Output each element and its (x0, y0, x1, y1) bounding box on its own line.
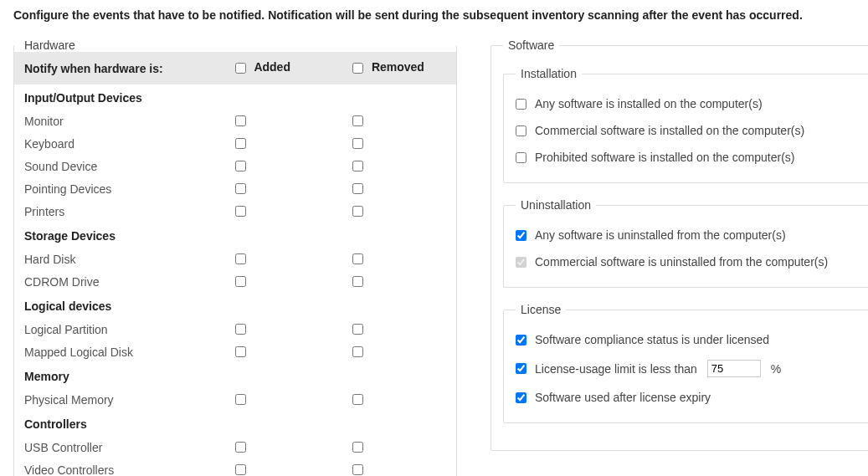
section-controllers: Controllers (14, 411, 456, 436)
table-row: Hard Disk (14, 248, 456, 270)
mapped-logical-removed-checkbox[interactable] (352, 346, 363, 357)
printers-added-checkbox[interactable] (235, 206, 246, 217)
section-storage: Storage Devices (14, 223, 456, 248)
install-any-label: Any software is installed on the compute… (535, 97, 763, 110)
table-row: CDROM Drive (14, 270, 456, 293)
install-prohibited-checkbox[interactable] (516, 152, 526, 163)
uninstallation-fieldset: Uninstallation Any software is uninstall… (503, 198, 868, 288)
table-row: Video Controllers (14, 458, 456, 476)
row-label: Sound Device (14, 155, 222, 177)
table-row: Keyboard (14, 132, 456, 155)
sound-removed-checkbox[interactable] (352, 161, 363, 171)
pointing-removed-checkbox[interactable] (352, 183, 363, 194)
video-added-checkbox[interactable] (235, 464, 246, 475)
table-row: Physical Memory (14, 388, 456, 411)
license-fieldset: License Software compliance status is un… (503, 303, 868, 423)
cdrom-added-checkbox[interactable] (235, 276, 246, 287)
uninstall-commercial-checkbox[interactable] (516, 257, 526, 268)
uninstall-commercial-row[interactable]: Commercial software is uninstalled from … (516, 248, 859, 275)
table-row: Mapped Logical Disk (14, 340, 456, 363)
keyboard-added-checkbox[interactable] (235, 138, 246, 149)
cdrom-removed-checkbox[interactable] (352, 276, 363, 287)
row-label: Pointing Devices (14, 177, 222, 200)
uninstall-any-checkbox[interactable] (516, 230, 526, 241)
license-usage-row: License-usage limit is less than % (516, 353, 859, 384)
install-commercial-label: Commercial software is installed on the … (535, 124, 804, 137)
removed-all-checkbox[interactable] (352, 63, 363, 74)
license-compliance-checkbox[interactable] (516, 335, 526, 345)
page-description: Configure the events that have to be not… (13, 8, 855, 22)
license-compliance-label: Software compliance status is under lice… (535, 333, 769, 346)
table-row: Pointing Devices (14, 177, 456, 200)
hardware-table: Notify when hardware is: Added Removed I… (14, 52, 456, 476)
row-label: Mapped Logical Disk (14, 340, 222, 363)
row-label: CDROM Drive (14, 270, 222, 293)
harddisk-added-checkbox[interactable] (235, 253, 246, 264)
harddisk-removed-checkbox[interactable] (352, 253, 363, 264)
license-usage-label-pre: License-usage limit is less than (535, 362, 697, 376)
monitor-removed-checkbox[interactable] (352, 115, 363, 126)
hardware-header-removed: Removed (339, 52, 456, 84)
usb-added-checkbox[interactable] (235, 442, 246, 453)
license-expiry-row[interactable]: Software used after license expiry (516, 384, 859, 411)
hardware-legend: Hardware (19, 38, 80, 52)
install-commercial-row[interactable]: Commercial software is installed on the … (516, 117, 859, 144)
row-label: USB Controller (14, 436, 222, 458)
row-label: Video Controllers (14, 458, 222, 476)
uninstall-any-label: Any software is uninstalled from the com… (535, 228, 786, 242)
install-any-row[interactable]: Any software is installed on the compute… (516, 90, 859, 117)
install-any-checkbox[interactable] (516, 99, 526, 110)
software-fieldset: Software Installation Any software is in… (490, 38, 868, 451)
table-row: USB Controller (14, 436, 456, 458)
installation-legend: Installation (516, 67, 582, 80)
hardware-header-label: Notify when hardware is: (14, 52, 222, 84)
table-row: Logical Partition (14, 318, 456, 340)
video-removed-checkbox[interactable] (352, 464, 363, 475)
license-expiry-checkbox[interactable] (516, 392, 526, 403)
license-compliance-row[interactable]: Software compliance status is under lice… (516, 326, 859, 353)
monitor-added-checkbox[interactable] (235, 115, 246, 126)
license-usage-checkbox[interactable] (516, 363, 526, 374)
installation-fieldset: Installation Any software is installed o… (503, 67, 868, 183)
uninstallation-legend: Uninstallation (516, 198, 596, 212)
removed-label: Removed (372, 60, 424, 74)
license-legend: License (516, 303, 566, 316)
printers-removed-checkbox[interactable] (352, 206, 363, 217)
pointing-added-checkbox[interactable] (235, 183, 246, 194)
keyboard-removed-checkbox[interactable] (352, 138, 363, 149)
section-logical: Logical devices (14, 293, 456, 318)
row-label: Hard Disk (14, 248, 222, 270)
hardware-header-added: Added (222, 52, 339, 84)
software-legend: Software (503, 38, 559, 52)
table-row: Printers (14, 200, 456, 223)
hardware-fieldset: Hardware Notify when hardware is: Added … (13, 38, 457, 476)
added-all-checkbox[interactable] (235, 63, 246, 74)
install-commercial-checkbox[interactable] (516, 125, 526, 136)
table-row: Monitor (14, 110, 456, 132)
uninstall-any-row[interactable]: Any software is uninstalled from the com… (516, 222, 859, 248)
sound-added-checkbox[interactable] (235, 161, 246, 171)
row-label: Logical Partition (14, 318, 222, 340)
logical-partition-added-checkbox[interactable] (235, 324, 246, 335)
row-label: Printers (14, 200, 222, 223)
usb-removed-checkbox[interactable] (352, 442, 363, 453)
row-label: Keyboard (14, 132, 222, 155)
logical-partition-removed-checkbox[interactable] (352, 324, 363, 335)
license-usage-input[interactable] (707, 360, 761, 377)
install-prohibited-row[interactable]: Prohibited software is installed on the … (516, 144, 859, 171)
physical-memory-added-checkbox[interactable] (235, 394, 246, 405)
install-prohibited-label: Prohibited software is installed on the … (535, 151, 794, 164)
license-usage-label-post: % (771, 362, 781, 376)
row-label: Physical Memory (14, 388, 222, 411)
license-expiry-label: Software used after license expiry (535, 391, 711, 404)
table-row: Sound Device (14, 155, 456, 177)
mapped-logical-added-checkbox[interactable] (235, 346, 246, 357)
section-memory: Memory (14, 363, 456, 388)
row-label: Monitor (14, 110, 222, 132)
section-io: Input/Output Devices (14, 84, 456, 110)
uninstall-commercial-label: Commercial software is uninstalled from … (535, 255, 828, 269)
added-label: Added (254, 60, 290, 74)
physical-memory-removed-checkbox[interactable] (352, 394, 363, 405)
